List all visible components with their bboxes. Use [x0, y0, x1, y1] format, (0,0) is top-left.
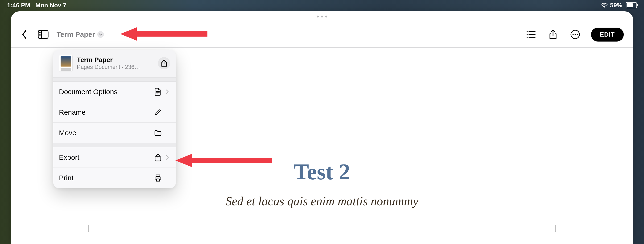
sidebar-toggle-button[interactable]: [37, 28, 50, 41]
svg-point-6: [526, 31, 528, 32]
menu-item-label: Rename: [59, 108, 154, 116]
status-bar: 1:46 PM Mon Nov 7 59%: [0, 0, 644, 10]
printer-icon: [154, 174, 162, 182]
svg-rect-23: [156, 175, 160, 176]
chevron-down-icon: [97, 31, 104, 38]
popover-share-button[interactable]: [158, 57, 170, 69]
popover-subtitle: Pages Document · 236…: [77, 64, 154, 70]
svg-point-10: [526, 37, 528, 38]
document-menu-popover: Term Paper Pages Document · 236… Documen…: [53, 50, 176, 188]
document-subtitle: Sed et lacus quis enim mattis nonummy: [11, 194, 633, 208]
outline-button[interactable]: [524, 28, 537, 41]
edit-button[interactable]: EDIT: [591, 28, 624, 42]
chevron-right-icon: [164, 89, 170, 94]
menu-item-document-options[interactable]: Document Options: [53, 82, 176, 102]
popover-header: Term Paper Pages Document · 236…: [53, 50, 176, 77]
document-title-label: Term Paper: [56, 31, 95, 39]
svg-rect-24: [156, 179, 159, 181]
wifi-icon: [601, 3, 608, 8]
toolbar: Term Paper: [11, 26, 633, 44]
svg-point-16: [576, 34, 578, 35]
menu-item-export[interactable]: Export: [53, 147, 176, 167]
popover-title: Term Paper: [77, 56, 154, 64]
folder-icon: [154, 130, 162, 136]
export-icon: [154, 153, 162, 161]
battery-percent: 59%: [610, 2, 622, 9]
doc-icon: [154, 88, 162, 96]
svg-point-14: [572, 34, 574, 35]
menu-item-label: Export: [59, 153, 154, 161]
menu-item-label: Document Options: [59, 88, 154, 96]
menu-item-rename[interactable]: Rename: [53, 102, 176, 122]
document-title-dropdown[interactable]: Term Paper: [56, 29, 105, 40]
document-thumbnail: [59, 55, 72, 72]
svg-point-8: [526, 34, 528, 35]
back-button[interactable]: [18, 28, 31, 41]
battery-icon: [626, 2, 637, 8]
multitask-dots[interactable]: [317, 16, 327, 18]
pencil-icon: [154, 109, 162, 116]
menu-item-label: Print: [59, 174, 154, 182]
document-image-frame: [88, 225, 556, 232]
menu-item-move[interactable]: Move: [53, 122, 176, 143]
status-time: 1:46 PM: [7, 2, 30, 9]
status-date: Mon Nov 7: [35, 2, 66, 9]
menu-item-label: Move: [59, 129, 154, 137]
share-button[interactable]: [547, 28, 559, 41]
pages-app-window: Term Paper: [11, 11, 633, 244]
more-button[interactable]: [569, 28, 582, 41]
svg-point-0: [604, 7, 604, 8]
edit-button-label: EDIT: [600, 31, 615, 38]
menu-item-print[interactable]: Print: [53, 167, 176, 188]
chevron-right-icon: [164, 155, 170, 160]
svg-point-15: [574, 34, 576, 35]
